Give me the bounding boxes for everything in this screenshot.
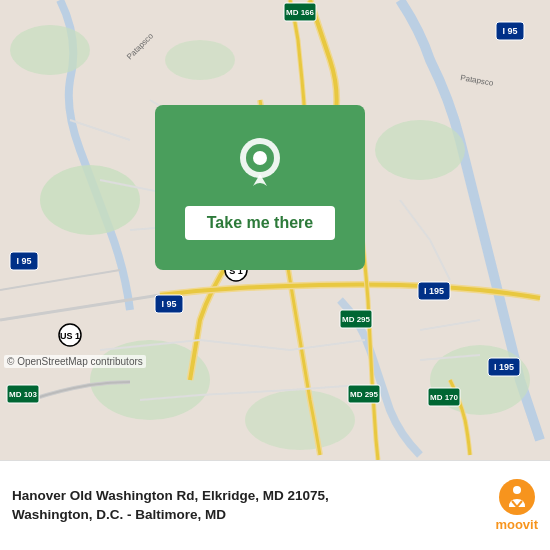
svg-text:I 195: I 195 [494, 362, 514, 372]
location-card[interactable]: Take me there [155, 105, 365, 270]
svg-point-58 [513, 486, 521, 494]
take-me-there-button[interactable]: Take me there [185, 206, 335, 240]
svg-text:MD 295: MD 295 [342, 315, 371, 324]
svg-text:I 95: I 95 [161, 299, 176, 309]
moovit-logo: moovit [495, 479, 538, 532]
svg-text:I 95: I 95 [16, 256, 31, 266]
svg-text:US 1: US 1 [60, 331, 80, 341]
map-area: I 95 I 95 I 95 I 195 I 195 US 1 US 1 S 1… [0, 0, 550, 460]
address-text: Hanover Old Washington Rd, Elkridge, MD … [12, 487, 485, 525]
address-line2: Washington, D.C. - Baltimore, MD [12, 507, 226, 522]
address-block: Hanover Old Washington Rd, Elkridge, MD … [12, 487, 485, 525]
svg-point-7 [165, 40, 235, 80]
svg-text:MD 166: MD 166 [286, 8, 315, 17]
svg-point-6 [10, 25, 90, 75]
svg-text:MD 295: MD 295 [350, 390, 379, 399]
svg-point-1 [40, 165, 140, 235]
bottom-bar: Hanover Old Washington Rd, Elkridge, MD … [0, 460, 550, 550]
svg-point-56 [253, 151, 267, 165]
svg-text:I 95: I 95 [502, 26, 517, 36]
moovit-icon [499, 479, 535, 515]
moovit-label: moovit [495, 517, 538, 532]
svg-point-5 [245, 390, 355, 450]
svg-text:MD 103: MD 103 [9, 390, 38, 399]
svg-text:I 195: I 195 [424, 286, 444, 296]
svg-text:MD 170: MD 170 [430, 393, 459, 402]
svg-point-3 [375, 120, 465, 180]
address-line1: Hanover Old Washington Rd, Elkridge, MD … [12, 488, 329, 503]
map-attribution: © OpenStreetMap contributors [4, 355, 146, 368]
svg-point-57 [499, 479, 535, 515]
location-pin-icon [235, 136, 285, 196]
